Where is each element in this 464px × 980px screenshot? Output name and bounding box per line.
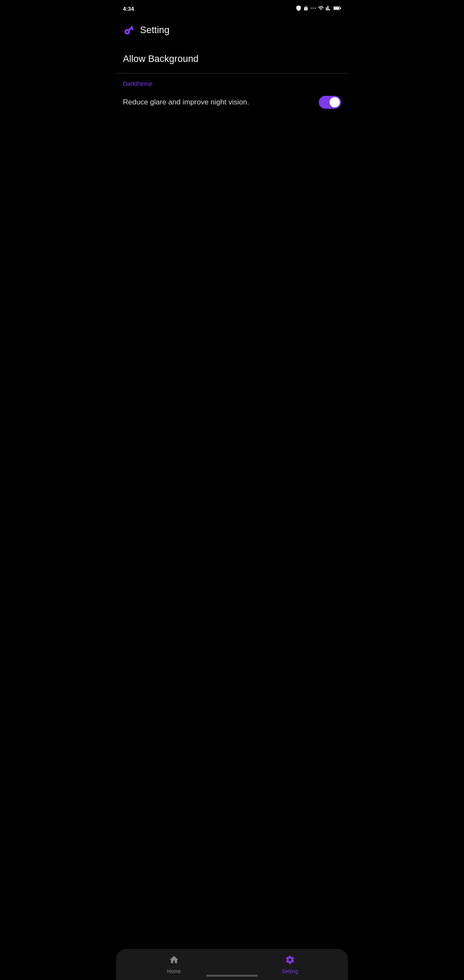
lock-icon [303, 6, 308, 12]
svg-point-2 [315, 7, 316, 8]
darktheme-description: Reduce glare and improve night vision. [123, 97, 319, 107]
home-label: Home [167, 968, 181, 974]
wifi-icon [318, 5, 324, 12]
allow-background-title: Allow Background [123, 53, 198, 64]
darktheme-section: Darktheme Reduce glare and improve night… [116, 74, 348, 112]
setting-nav-icon [285, 955, 295, 967]
main-content: Allow Background Darktheme Reduce glare … [116, 43, 348, 147]
app-bar: Setting [116, 17, 348, 43]
svg-point-1 [313, 7, 314, 8]
darktheme-toggle[interactable] [319, 96, 341, 109]
signal-bars-icon [326, 5, 332, 12]
toggle-thumb [330, 97, 340, 107]
svg-rect-5 [340, 7, 341, 9]
home-icon [169, 955, 179, 967]
allow-background-section: Allow Background [116, 43, 348, 74]
signal-dots-icon [310, 5, 316, 12]
status-time: 4:34 [123, 6, 134, 12]
app-bar-title: Setting [140, 24, 170, 36]
svg-point-0 [311, 7, 311, 8]
home-indicator [206, 975, 258, 977]
vpn-icon [296, 5, 302, 12]
darktheme-label: Darktheme [123, 80, 341, 87]
status-bar: 4:34 [116, 0, 348, 17]
key-icon [123, 24, 135, 36]
svg-rect-4 [334, 7, 339, 9]
setting-label: Setting [282, 968, 298, 974]
battery-icon [333, 6, 341, 12]
darktheme-row: Reduce glare and improve night vision. [123, 92, 341, 112]
status-icons [296, 5, 341, 12]
toggle-track[interactable] [319, 96, 341, 109]
